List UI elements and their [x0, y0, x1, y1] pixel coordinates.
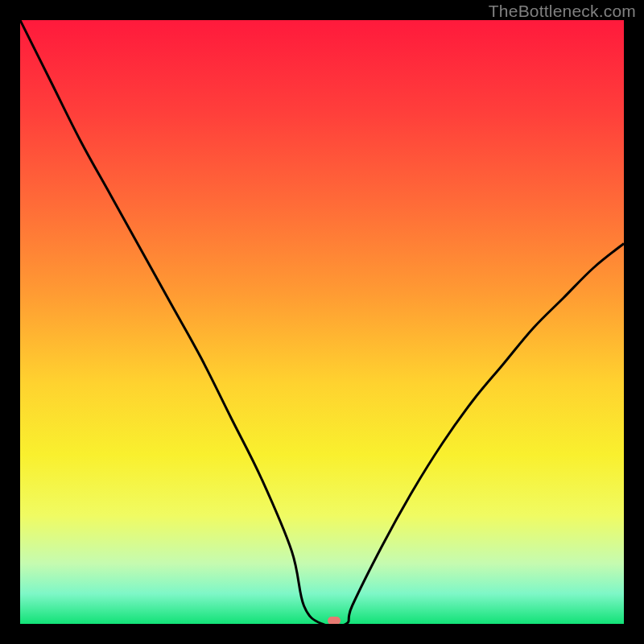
bottleneck-curve	[20, 20, 624, 624]
optimal-marker	[328, 617, 341, 624]
watermark-text: TheBottleneck.com	[489, 2, 636, 21]
plot-area	[20, 20, 624, 624]
chart-frame: TheBottleneck.com	[0, 0, 644, 644]
